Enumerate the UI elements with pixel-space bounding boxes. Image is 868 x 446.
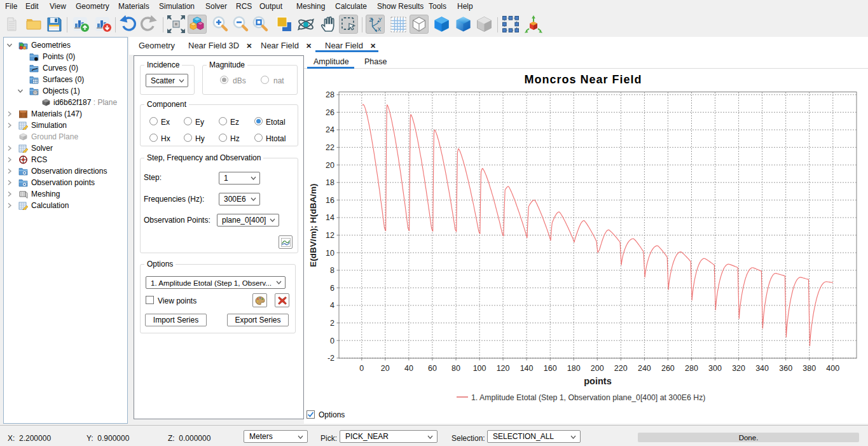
svg-text:180: 180	[567, 364, 581, 373]
svg-text:220: 220	[614, 364, 628, 373]
svg-text:X: X	[378, 26, 382, 32]
svg-text:120: 120	[497, 364, 510, 373]
svg-text:380: 380	[803, 364, 816, 373]
svg-text:4: 4	[330, 301, 334, 310]
svg-text:18: 18	[326, 178, 334, 187]
svg-text:40: 40	[404, 364, 413, 373]
svg-text:12: 12	[326, 231, 334, 240]
svg-text:200: 200	[591, 364, 604, 373]
svg-text:24: 24	[326, 125, 334, 134]
svg-text:20: 20	[381, 364, 390, 373]
svg-text:Y: Y	[378, 17, 382, 23]
svg-text:300: 300	[708, 364, 722, 373]
svg-text:320: 320	[732, 364, 745, 373]
svg-text:26: 26	[326, 108, 334, 117]
svg-text:400: 400	[826, 364, 839, 373]
svg-text:260: 260	[661, 364, 675, 373]
svg-text:80: 80	[451, 364, 460, 373]
svg-text:2: 2	[330, 319, 334, 328]
svg-text:60: 60	[428, 364, 437, 373]
svg-text:100: 100	[473, 364, 486, 373]
svg-text:6: 6	[330, 284, 334, 293]
svg-text:22: 22	[326, 143, 334, 152]
svg-text:Moncros Near Field: Moncros Near Field	[524, 73, 642, 86]
svg-text:0: 0	[330, 337, 334, 345]
svg-text:0: 0	[359, 364, 364, 373]
svg-text:160: 160	[544, 364, 557, 373]
svg-text:14: 14	[326, 213, 334, 222]
svg-text:20: 20	[326, 161, 334, 170]
svg-text:-2: -2	[327, 354, 334, 363]
svg-text:16: 16	[326, 196, 334, 205]
svg-text:360: 360	[779, 364, 792, 373]
svg-text:8: 8	[330, 266, 334, 275]
svg-text:E(dBV/m); H(dBA/m): E(dBV/m); H(dBA/m)	[308, 183, 318, 267]
svg-text:28: 28	[326, 90, 334, 99]
svg-text:140: 140	[520, 364, 534, 373]
svg-text:1. Amplitude Etotal (Step 1, O: 1. Amplitude Etotal (Step 1, Observation…	[471, 393, 705, 402]
svg-text:10: 10	[326, 249, 334, 258]
svg-text:340: 340	[755, 364, 769, 373]
svg-text:240: 240	[638, 364, 651, 373]
svg-text:280: 280	[685, 364, 698, 373]
svg-text:Z: Z	[369, 17, 373, 23]
svg-text:points: points	[584, 376, 612, 386]
